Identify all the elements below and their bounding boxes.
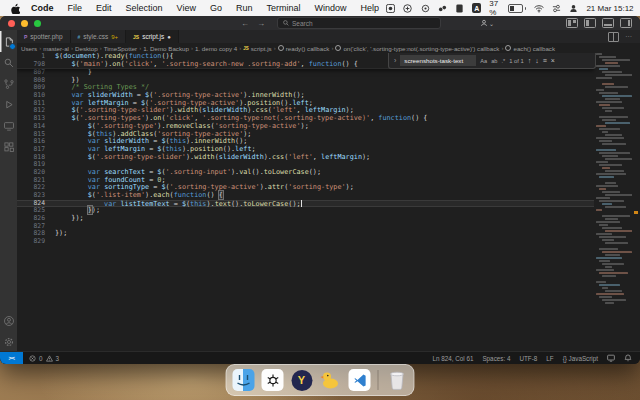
control-center-icon[interactable] — [552, 3, 561, 13]
activity-settings-icon[interactable] — [0, 331, 17, 352]
minimize-window-button[interactable] — [21, 20, 28, 27]
tab-style-css[interactable]: #style.css9+ — [71, 30, 127, 43]
more-actions-icon[interactable]: ⋯ — [625, 33, 632, 41]
breadcrumb-item[interactable]: Users — [21, 45, 37, 52]
remote-indicator[interactable]: >< — [0, 352, 23, 364]
code-line[interactable]: 825 }); — [17, 207, 594, 215]
menu-item-go[interactable]: Go — [203, 3, 229, 13]
activity-account-icon[interactable] — [0, 310, 17, 331]
input-source-icon[interactable]: A — [472, 3, 481, 13]
dock-app-finder[interactable] — [233, 369, 255, 391]
tab-spotter-php[interactable]: Pspotter.php — [17, 30, 71, 43]
find-input[interactable] — [400, 55, 476, 66]
breadcrumb-item[interactable]: on('click', '.sorting-type:not(.sorting-… — [335, 45, 499, 52]
toggle-secondary-sidebar-icon[interactable] — [620, 18, 632, 28]
breadcrumb-item[interactable]: 1. Demo Backup — [143, 45, 189, 52]
status-item--javascript[interactable]: {} JavaScript — [563, 355, 598, 362]
menu-item-terminal[interactable]: Terminal — [259, 3, 307, 13]
menu-item-help[interactable]: Help — [353, 3, 386, 13]
activity-explorer-icon[interactable] — [0, 31, 17, 52]
navigate-back-icon[interactable]: ← — [241, 19, 249, 28]
zoom-window-button[interactable] — [34, 20, 41, 27]
wifi-icon[interactable] — [534, 3, 544, 13]
status-item-spaces-4[interactable]: Spaces: 4 — [482, 355, 510, 362]
code-line[interactable]: 827 — [17, 223, 594, 231]
toggle-replace-icon[interactable]: › — [394, 57, 396, 64]
activity-run-debug-icon[interactable] — [0, 94, 17, 115]
code-editor[interactable]: 807 }808 })809 /* Sorting Types */810 va… — [17, 53, 640, 352]
find-next-icon[interactable]: ↓ — [535, 57, 539, 64]
command-center-search[interactable]: Search — [277, 17, 441, 29]
status-item-lf[interactable]: LF — [546, 355, 553, 362]
dock-app-chatgpt[interactable] — [262, 369, 284, 391]
errors-icon[interactable] — [29, 355, 36, 362]
code-line[interactable]: 828}); — [17, 230, 594, 238]
code-line[interactable]: 818 $('.sorting-type-slider').width(slid… — [17, 154, 594, 162]
activity-extensions-icon[interactable] — [0, 136, 17, 157]
code-line[interactable]: 824 var listItemText = $(this).text().to… — [17, 200, 594, 208]
breadcrumb-item[interactable]: TimeSpotter — [104, 45, 137, 52]
breadcrumb-separator-icon: › — [139, 45, 141, 51]
menu-item-file[interactable]: File — [61, 3, 90, 13]
breadcrumb-item[interactable]: JSscript.js — [243, 45, 272, 52]
menu-item-edit[interactable]: Edit — [89, 3, 119, 13]
breadcrumb-item[interactable]: Desktop — [75, 45, 98, 52]
toggle-panel-icon[interactable] — [602, 18, 614, 28]
dock-app-y-browser[interactable]: Y — [291, 369, 313, 391]
navigate-forward-icon[interactable]: → — [257, 19, 265, 28]
dock-app-vscode[interactable] — [349, 369, 371, 391]
menu-item-view[interactable]: View — [170, 3, 203, 13]
code-line[interactable]: 823 $('.list-item').each(function() { — [17, 192, 594, 200]
toggle-primary-sidebar-icon[interactable] — [584, 18, 596, 28]
split-editor-icon[interactable] — [608, 32, 619, 42]
menu-item-window[interactable]: Window — [307, 3, 353, 13]
tab-label: style.css — [83, 33, 108, 40]
tab-script-js[interactable]: JSscript.js● — [126, 30, 179, 43]
status-item-ln-824-col-61[interactable]: Ln 824, Col 61 — [432, 355, 473, 362]
code-line[interactable]: 829 — [17, 238, 594, 246]
breadcrumb-item[interactable]: master-al — [43, 45, 69, 52]
tray-app-icon-2[interactable] — [403, 3, 412, 13]
dock-trash[interactable] — [386, 369, 408, 391]
breadcrumb-separator-icon: › — [71, 45, 73, 51]
dock-app-cyberduck[interactable] — [320, 369, 342, 391]
match-case-icon[interactable]: Aa — [480, 58, 487, 64]
overview-ruler[interactable] — [632, 53, 640, 352]
menu-item-selection[interactable]: Selection — [119, 3, 170, 13]
find-previous-icon[interactable]: ↑ — [528, 57, 532, 64]
code-line[interactable]: 807 } — [17, 69, 594, 77]
breadcrumb-item[interactable]: each() callback — [505, 45, 555, 52]
apple-menu-icon[interactable] — [10, 3, 20, 14]
activity-remote-explorer-icon[interactable] — [0, 115, 17, 136]
battery-indicator[interactable]: 37 % — [489, 0, 526, 17]
breadcrumb-item[interactable]: ready() callback — [278, 45, 330, 52]
tray-app-icon-1[interactable] — [386, 3, 395, 13]
profile-button[interactable]: ⌄ — [480, 19, 494, 27]
overview-find-marker — [634, 211, 638, 214]
menu-bar-clock[interactable]: 21 Mar 15:12 — [586, 4, 633, 13]
code-line[interactable]: 826 }); — [17, 215, 594, 223]
tray-app-icon-3[interactable] — [420, 3, 429, 13]
activity-source-control-icon[interactable] — [0, 73, 17, 94]
user-switch-icon[interactable] — [569, 3, 578, 13]
screencast-icon[interactable] — [607, 354, 615, 362]
find-in-selection-icon[interactable]: ≡ — [543, 57, 547, 64]
breadcrumb-label: each() callback — [513, 45, 555, 52]
menu-item-code[interactable]: Code — [24, 3, 61, 13]
customize-layout-icon[interactable] — [566, 18, 578, 28]
breadcrumb-item[interactable]: 1. demo copy 4 — [195, 45, 237, 52]
whole-word-icon[interactable]: ab — [491, 58, 497, 64]
notifications-bell-icon[interactable] — [624, 354, 632, 362]
minimap[interactable] — [594, 53, 632, 352]
tray-app-icon-5[interactable] — [455, 3, 464, 13]
close-find-icon[interactable]: × — [551, 57, 555, 64]
menu-item-run[interactable]: Run — [229, 3, 260, 13]
modified-dot-icon[interactable]: ● — [167, 34, 171, 40]
activity-search-icon[interactable] — [0, 52, 17, 73]
close-window-button[interactable] — [8, 20, 15, 27]
warnings-icon[interactable] — [46, 355, 53, 362]
errors-count: 0 — [39, 355, 43, 362]
regex-icon[interactable]: .* — [501, 58, 505, 64]
status-item-utf-8[interactable]: UTF-8 — [519, 355, 537, 362]
tray-app-icon-4[interactable] — [438, 3, 447, 13]
